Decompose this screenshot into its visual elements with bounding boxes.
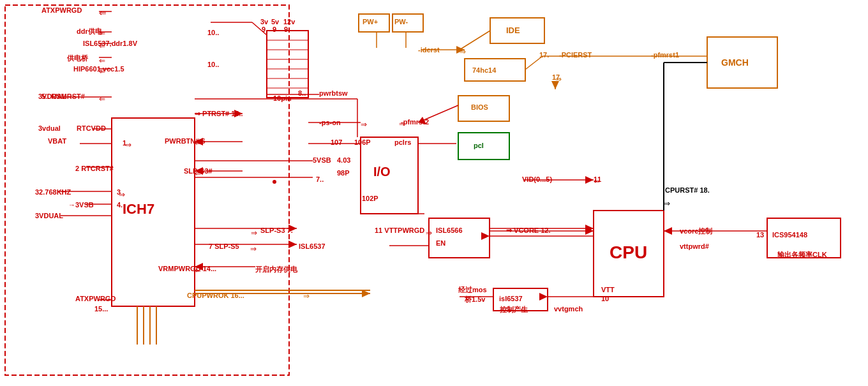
- vid-label: VID(0...5): [522, 175, 552, 183]
- atxpwrgd-arrow: ⇐: [99, 8, 107, 18]
- 3vdual-top-label: 3VDUAL: [38, 93, 66, 100]
- pwrbtsw-label: pwrbtsw: [319, 89, 348, 97]
- output-freq-label: 输出各频率CLK: [777, 250, 827, 260]
- slps5-arrow: ⇒: [250, 244, 257, 253]
- iderst-label: -iderst: [418, 46, 440, 54]
- rtcvdd-label: RTCVDD: [77, 124, 106, 132]
- rsmrst-arrow: ⇐: [99, 94, 105, 103]
- jingguomos-label: 经过mos: [458, 285, 487, 295]
- pwrbtn-arrow: ⇐: [195, 138, 201, 147]
- num10-2-label: 10..: [207, 61, 219, 68]
- slps3-label: SLP-S3 7.: [260, 226, 293, 234]
- kongzhi-label: 控制产生: [500, 305, 528, 315]
- gmch-label: GMCH: [721, 57, 749, 68]
- cpupwrok-arrow: ⇒: [303, 292, 310, 301]
- ich7-label: ICH7: [123, 201, 154, 218]
- ps-on-arrow: ⇒: [361, 120, 367, 129]
- pwplus-label: PW+: [363, 18, 378, 26]
- vttpwrgd-arrow: ⇒: [426, 228, 432, 237]
- ide-label: IDE: [506, 26, 520, 35]
- 3vdual-2-label: 3vdual: [38, 124, 61, 132]
- cpurst-arrow: ⇒: [664, 199, 670, 208]
- supply-arrow: ⇐: [99, 56, 105, 65]
- vrmpwrgd-arrow: ⇐: [195, 266, 201, 275]
- 74hc14-label: 74hc14: [472, 66, 496, 74]
- vvtgmch-label: vvtgmch: [554, 305, 583, 313]
- vtt-10-label: 10: [601, 295, 609, 302]
- svg-marker-73: [585, 176, 594, 184]
- isl6537-ddr-label: ISL6537,ddr1.8V: [83, 40, 137, 47]
- pclrs-label: pclrs: [394, 138, 411, 146]
- v5-label: 5v: [271, 18, 279, 26]
- khz-label: 32.768KHZ: [35, 188, 71, 196]
- slps5-label: 7 SLP-S5: [209, 242, 239, 250]
- 17-arrow: ⇒: [555, 75, 562, 84]
- vttpwrgd-hash-label: vttpwrd#: [680, 242, 709, 250]
- vbat-label: VBAT: [48, 137, 66, 145]
- num98p-label: 98P: [337, 169, 350, 177]
- atxpwrgd-bot-label: ATXPWRGD: [75, 295, 116, 302]
- supply-bridge-label: 供电桥: [67, 54, 88, 63]
- svg-rect-9: [429, 218, 490, 258]
- qiao15v-label: 桥1.5v: [465, 295, 485, 304]
- pcierst-label: -PCIERST: [559, 51, 592, 59]
- svg-marker-53: [288, 241, 297, 248]
- v3-2-label: 9: [262, 26, 266, 33]
- num4-label: 4.: [117, 201, 123, 209]
- isl6566-en-label: EN: [436, 239, 445, 247]
- pcl-label: pcl: [474, 142, 484, 149]
- pfmrst2-arrow: ⇒: [399, 119, 405, 128]
- svg-point-94: [273, 180, 276, 184]
- svg-rect-12: [267, 31, 308, 98]
- kaishi-label: 开启内存供电: [255, 265, 297, 274]
- cpurst-label: CPURST# 18.: [665, 186, 710, 194]
- num13-label: 13: [756, 231, 764, 239]
- vrmpwrgd-label: VRMPWRGD 14...: [158, 265, 216, 272]
- vid-arrow: ⇐: [594, 177, 600, 186]
- v5-2-label: 9: [273, 26, 276, 33]
- vttpwrgd-label: 11 VTTPWRGD: [375, 226, 424, 234]
- num106p-label: 106P: [354, 138, 371, 146]
- 16pin-label: 16pin: [273, 94, 292, 102]
- svg-rect-7: [458, 133, 509, 160]
- 3vsb-label: →3VSB: [68, 201, 94, 209]
- io-label: I/O: [373, 165, 391, 179]
- num403-label: 4.03: [337, 156, 350, 164]
- num7-label: 7..: [316, 175, 324, 183]
- svg-marker-86: [539, 293, 548, 301]
- svg-marker-77: [585, 225, 594, 232]
- cpu-label: CPU: [610, 242, 647, 263]
- isl6537-arrow: ⇐: [99, 41, 105, 50]
- num102p-label: 102P: [362, 195, 378, 202]
- svg-marker-83: [664, 227, 672, 235]
- isl6537-bot-label: isl6537: [499, 295, 523, 302]
- hip-arrow: ⇐: [99, 67, 105, 76]
- num15-label: 15...: [94, 305, 108, 313]
- slps3-arrow: ⇐: [195, 169, 201, 178]
- isl6537-mid-label: ISL6537: [299, 242, 326, 250]
- pwminus-label: PW-: [394, 18, 408, 26]
- atxpwrgd-top-label: ATXPWRGD: [41, 6, 82, 14]
- vsb5-label: 5VSB: [313, 156, 331, 164]
- svg-marker-58: [362, 290, 370, 297]
- svg-marker-75: [585, 227, 594, 235]
- num10-top-label: 10..: [207, 29, 219, 36]
- pfmrst1-label: -pfmrst1: [651, 51, 679, 59]
- vcore-ctrl-label: vcore控制: [680, 226, 712, 236]
- num8-label: 8..: [298, 89, 306, 97]
- isl6566-label: ISL6566: [436, 226, 463, 234]
- vtt-label: VTT: [601, 286, 615, 293]
- slps3-7-arrow: ⇒: [251, 228, 257, 237]
- svg-marker-80: [481, 232, 490, 240]
- ddr-supply-label: ddr供电: [77, 27, 102, 36]
- v3-label: 3v: [260, 18, 268, 26]
- rtcrst-label: 2 RTCRST#: [75, 165, 114, 172]
- khz-arrow: ⇒: [119, 190, 125, 199]
- cpupwrok-label: CPUPWROK 16...: [187, 292, 244, 299]
- ps-on-label: -ps-on: [319, 119, 341, 126]
- num107-label: 107: [331, 138, 342, 146]
- ddr-arrow: ⇐: [99, 29, 105, 38]
- iderst-arrow: ⇒: [460, 47, 466, 56]
- vbat-arrow: ⇒: [125, 140, 131, 149]
- num17dot-label: 17.: [539, 51, 549, 59]
